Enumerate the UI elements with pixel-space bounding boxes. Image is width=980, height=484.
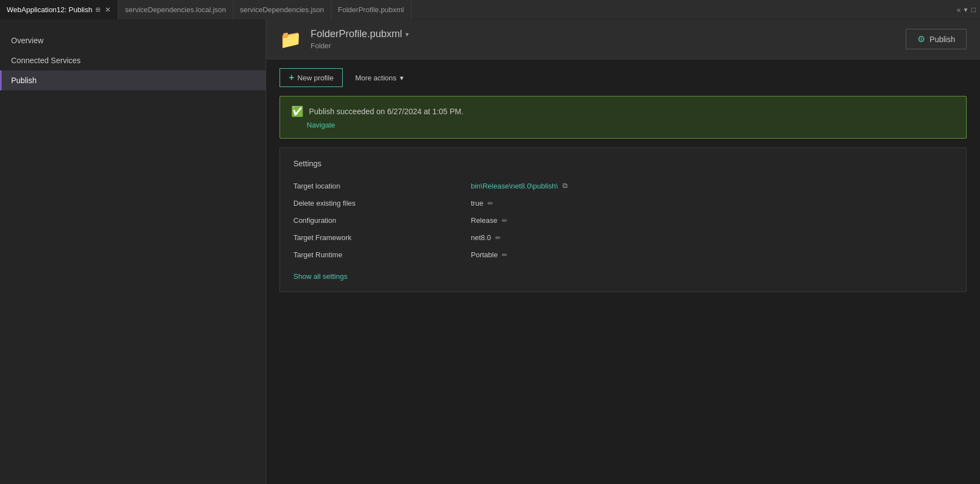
tab-service-json[interactable]: serviceDependencies.json <box>233 0 332 19</box>
new-profile-label: New profile <box>297 74 333 82</box>
settings-label-target-framework: Target Framework <box>293 233 471 242</box>
publish-button-label: Publish <box>930 35 955 44</box>
settings-title: Settings <box>293 159 953 168</box>
settings-value-target-location: bin\Release\net8.0\publish\ ⧉ <box>471 181 567 190</box>
profile-dropdown-icon[interactable]: ▾ <box>405 30 409 38</box>
sidebar-item-connected-services[interactable]: Connected Services <box>0 50 266 70</box>
titlebar-controls: « ▾ □ <box>957 6 980 14</box>
copy-icon[interactable]: ⧉ <box>562 181 567 190</box>
active-tab[interactable]: WebApplication12: Publish ⊞ ✕ <box>0 0 118 19</box>
tab-label: serviceDependencies.local.json <box>125 6 226 14</box>
more-actions-button[interactable]: More actions ▾ <box>347 70 411 86</box>
show-all-settings-link[interactable]: Show all settings <box>293 272 348 281</box>
plus-icon: + <box>289 73 294 83</box>
tab-label: FolderProfile.pubxml <box>338 6 404 14</box>
success-banner: ✅ Publish succeeded on 6/27/2024 at 1:05… <box>280 96 967 139</box>
more-actions-dropdown-icon: ▾ <box>400 74 404 82</box>
target-location-link[interactable]: bin\Release\net8.0\publish\ <box>471 182 558 190</box>
profile-header-left: 📁 FolderProfile.pubxml ▾ Folder <box>280 28 409 50</box>
profile-name: FolderProfile.pubxml ▾ <box>311 28 409 40</box>
profile-name-text: FolderProfile.pubxml <box>311 28 402 40</box>
tab-service-local[interactable]: serviceDependencies.local.json <box>118 0 233 19</box>
active-tab-label: WebApplication12: Publish <box>7 6 92 14</box>
settings-value-configuration: Release ✏ <box>471 216 507 225</box>
profile-info: FolderProfile.pubxml ▾ Folder <box>311 28 409 50</box>
sidebar-item-overview[interactable]: Overview <box>0 30 266 50</box>
profile-subtitle: Folder <box>311 42 409 50</box>
new-profile-button[interactable]: + New profile <box>280 68 343 87</box>
title-bar: WebApplication12: Publish ⊞ ✕ serviceDep… <box>0 0 980 19</box>
sidebar-item-label: Overview <box>11 36 43 45</box>
profile-header: 📁 FolderProfile.pubxml ▾ Folder ⚙ Publis… <box>266 19 980 59</box>
settings-label-target-runtime: Target Runtime <box>293 251 471 259</box>
settings-panel: Settings Target location bin\Release\net… <box>280 147 967 292</box>
success-banner-top: ✅ Publish succeeded on 6/27/2024 at 1:05… <box>291 105 955 118</box>
settings-row-target-location: Target location bin\Release\net8.0\publi… <box>293 177 953 195</box>
publish-button-icon: ⚙ <box>917 34 925 44</box>
edit-icon[interactable]: ✏ <box>502 251 507 259</box>
tab-folder-profile[interactable]: FolderProfile.pubxml <box>331 0 411 19</box>
pin-icon[interactable]: ⊞ <box>95 6 100 13</box>
publish-button[interactable]: ⚙ Publish <box>906 29 967 49</box>
edit-icon[interactable]: ✏ <box>495 234 501 242</box>
settings-value-target-runtime: Portable ✏ <box>471 251 507 259</box>
success-icon: ✅ <box>291 105 303 118</box>
close-tab-icon[interactable]: ✕ <box>105 6 111 14</box>
configuration-value: Release <box>471 216 497 225</box>
settings-label-configuration: Configuration <box>293 216 471 225</box>
sidebar-item-label: Connected Services <box>11 56 80 65</box>
settings-label-delete-files: Delete existing files <box>293 199 471 207</box>
overflow-icon[interactable]: « <box>957 6 961 14</box>
sidebar-item-label: Publish <box>11 76 37 85</box>
settings-row-target-framework: Target Framework net8.0 ✏ <box>293 229 953 246</box>
folder-icon: 📁 <box>280 29 302 50</box>
settings-label-target-location: Target location <box>293 182 471 190</box>
edit-icon[interactable]: ✏ <box>488 200 493 207</box>
more-actions-label: More actions <box>355 74 396 82</box>
dropdown-icon[interactable]: ▾ <box>964 6 968 14</box>
navigate-link[interactable]: Navigate <box>307 121 955 129</box>
sidebar-item-publish[interactable]: Publish <box>0 70 266 90</box>
main-layout: Overview Connected Services Publish 📁 Fo… <box>0 19 980 484</box>
sidebar: Overview Connected Services Publish <box>0 19 266 484</box>
edit-icon[interactable]: ✏ <box>502 217 507 225</box>
settings-row-delete-files: Delete existing files true ✏ <box>293 195 953 212</box>
success-message: Publish succeeded on 6/27/2024 at 1:05 P… <box>309 107 464 116</box>
settings-value-delete-files: true ✏ <box>471 199 493 207</box>
settings-value-target-framework: net8.0 ✏ <box>471 233 501 242</box>
delete-files-value: true <box>471 199 483 207</box>
actions-bar: + New profile More actions ▾ <box>266 59 980 96</box>
tab-label: serviceDependencies.json <box>240 6 324 14</box>
settings-row-configuration: Configuration Release ✏ <box>293 212 953 229</box>
target-framework-value: net8.0 <box>471 233 491 242</box>
maximize-icon[interactable]: □ <box>971 6 976 14</box>
target-runtime-value: Portable <box>471 251 497 259</box>
settings-row-target-runtime: Target Runtime Portable ✏ <box>293 246 953 263</box>
content-area: 📁 FolderProfile.pubxml ▾ Folder ⚙ Publis… <box>266 19 980 484</box>
